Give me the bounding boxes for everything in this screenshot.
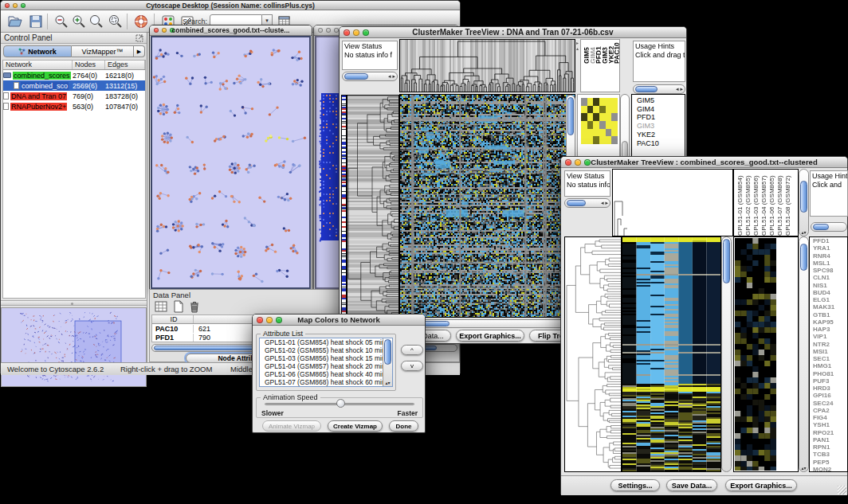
gene-label[interactable]: PEP5 (811, 459, 847, 466)
column-dendrogram-canvas[interactable] (400, 40, 575, 92)
column-label[interactable]: GPL51-04 (GSM857) (760, 171, 768, 236)
tv1-usage-scroll[interactable]: ◂ ▸ (633, 84, 685, 94)
save-data-button[interactable]: Save Data... (666, 479, 717, 491)
export-graphics-button[interactable]: Export Graphics... (456, 330, 524, 342)
gene-label[interactable]: NTR2 (811, 341, 847, 348)
network-table-row[interactable]: combined_sco 2569(6) 13112(15) (3, 80, 145, 91)
column-dendrogram-canvas[interactable] (613, 170, 732, 236)
resize-grip[interactable] (838, 486, 846, 494)
gene-label[interactable]: MON2 (811, 466, 847, 472)
gene-label[interactable]: FIG4 (811, 414, 847, 421)
gene-label[interactable]: GTB1 (811, 311, 847, 318)
gene-label[interactable]: MAK31 (811, 303, 847, 311)
gene-label[interactable]: YRA1 (811, 244, 847, 252)
animate-vizmap-button[interactable]: Animate Vizmap (262, 420, 321, 432)
gene-label[interactable]: NIS1 (811, 282, 847, 289)
network-table-header[interactable]: Network Nodes Edges (3, 61, 145, 70)
tv2-column-dendrogram[interactable] (612, 169, 733, 236)
scroll-arrows[interactable]: ◂ ▸ (388, 72, 395, 80)
gene-label[interactable]: RNR4 (811, 252, 847, 260)
gene-label[interactable]: GPI16 (811, 392, 847, 399)
network-table-row[interactable]: RNAPuberNov2+ 563(0) 107847(0) (3, 101, 145, 111)
gene-label[interactable]: HAP3 (811, 326, 847, 333)
move-up-button[interactable]: ^ (401, 345, 423, 355)
zoom-selected-icon[interactable] (108, 14, 124, 29)
settings-button[interactable]: Settings... (610, 479, 660, 491)
scroll-thumb[interactable] (723, 239, 730, 283)
gene-label[interactable]: TCB3 (811, 451, 847, 458)
column-label[interactable]: GPL51-02 (GSM855) (744, 171, 752, 236)
row-label[interactable]: PFD1 (634, 113, 685, 122)
correlation-matrix[interactable] (581, 98, 618, 144)
scroll-arrows[interactable]: ▴▾ (799, 230, 808, 235)
row-label[interactable]: GIM4 (634, 105, 685, 114)
new-file-icon[interactable] (172, 300, 185, 313)
col-nodes[interactable]: Nodes (73, 61, 105, 69)
column-label[interactable]: GPL51-01 (GSM854) (736, 171, 744, 236)
gene-label[interactable]: HMG1 (811, 362, 847, 369)
col-network[interactable]: Network (3, 61, 73, 69)
gene-label[interactable]: HRD3 (811, 385, 847, 392)
scroll-thumb[interactable] (800, 181, 807, 213)
scroll-arrows[interactable]: ▴▾ (383, 381, 392, 385)
column-label[interactable]: PFD1 (595, 42, 601, 64)
column-label[interactable]: GPL51-06 (GSM865) (768, 171, 776, 236)
tv2-labels-vscroll[interactable]: ▴▾ (799, 169, 809, 236)
tv2-status-scroll[interactable]: ◂ ▸ (564, 198, 610, 208)
zoom-heatmap-canvas[interactable] (735, 238, 776, 471)
tv2-zoom-panel[interactable] (733, 236, 799, 472)
scroll-arrows[interactable]: ◂ ▸ (601, 199, 608, 207)
attribute-item[interactable]: GPL51-04 (GSM857) heat shock 20 min (262, 362, 383, 370)
tv2-heatmap-vscroll[interactable] (721, 236, 732, 472)
help-lifering-icon[interactable] (133, 14, 149, 29)
attribute-item[interactable]: GPL51-02 (GSM855) heat shock 10 min (262, 346, 383, 354)
gene-label[interactable]: MSI1 (811, 348, 847, 355)
tab-network[interactable]: Network (3, 45, 72, 57)
minimize-icon[interactable] (326, 28, 331, 33)
gene-label[interactable]: YSH1 (811, 421, 847, 428)
gene-label[interactable]: CLN1 (811, 274, 847, 281)
network-overview-panel[interactable] (1, 307, 147, 387)
gene-label[interactable]: KAP95 (811, 318, 847, 326)
gene-label[interactable]: MSL1 (811, 260, 847, 267)
zoom-in-icon[interactable] (71, 14, 87, 29)
export-graphics-button[interactable]: Export Graphics... (725, 479, 797, 491)
speed-slider-thumb[interactable] (336, 399, 345, 408)
gene-label[interactable]: RPN1 (811, 443, 847, 451)
row-label[interactable]: GIM3 (634, 122, 685, 131)
column-label[interactable]: PAC10 (613, 42, 619, 64)
attribute-item[interactable]: GPL51-06 (GSM865) heat shock 40 min (262, 370, 383, 378)
scroll-thumb[interactable] (813, 224, 829, 230)
row-label[interactable]: YKE2 (634, 131, 685, 139)
attribute-item[interactable]: GPL51-03 (GSM856) heat shock 15 min (262, 354, 383, 362)
gene-label[interactable]: PFD1 (811, 237, 847, 244)
col-id[interactable]: ID (152, 315, 194, 323)
gene-label[interactable]: SPC98 (811, 267, 847, 274)
zoom-fit-icon[interactable] (88, 14, 104, 29)
tv2-usage-scroll[interactable] (811, 222, 847, 232)
row-dendrogram-canvas[interactable] (565, 237, 621, 471)
gene-label[interactable]: RPO21 (811, 429, 847, 436)
row-dendrogram-canvas[interactable] (347, 96, 398, 317)
tv2-row-dendrogram[interactable] (564, 236, 622, 472)
scroll-thumb[interactable] (567, 200, 586, 206)
row-label[interactable]: GIM5 (634, 96, 685, 105)
done-button[interactable]: Done (389, 420, 418, 432)
attribute-listbox[interactable]: GPL51-01 (GSM854) heat shock 05 minGPL51… (259, 338, 393, 387)
scroll-thumb[interactable] (800, 244, 807, 271)
scroll-thumb[interactable] (567, 97, 574, 135)
tv1-heatmap[interactable] (399, 94, 575, 318)
save-icon[interactable] (28, 14, 44, 29)
move-down-button[interactable]: v (401, 361, 423, 371)
tv2-gene-list[interactable]: PFD1YRA1RNR4MSL1SPC98CLN1NIS1BUD4ELG1MAK… (809, 236, 848, 472)
create-vizmap-button[interactable]: Create Vizmap (328, 420, 383, 432)
gene-label[interactable]: PUF3 (811, 377, 847, 385)
attribute-item[interactable]: GPL51-01 (GSM854) heat shock 05 min (262, 338, 383, 346)
tv2-genes-vscroll[interactable]: ▴▾ (799, 236, 809, 472)
scroll-arrows[interactable]: ▴▾ (799, 466, 808, 471)
tv1-status-scroll[interactable]: ◂ ▸ (342, 72, 398, 81)
open-file-icon[interactable] (7, 14, 23, 29)
tv1-row-dendrogram[interactable] (347, 95, 399, 318)
network-table-row[interactable]: combined_scores 2764(0) 16218(0) (3, 70, 145, 80)
gene-label[interactable]: SEC24 (811, 400, 847, 407)
